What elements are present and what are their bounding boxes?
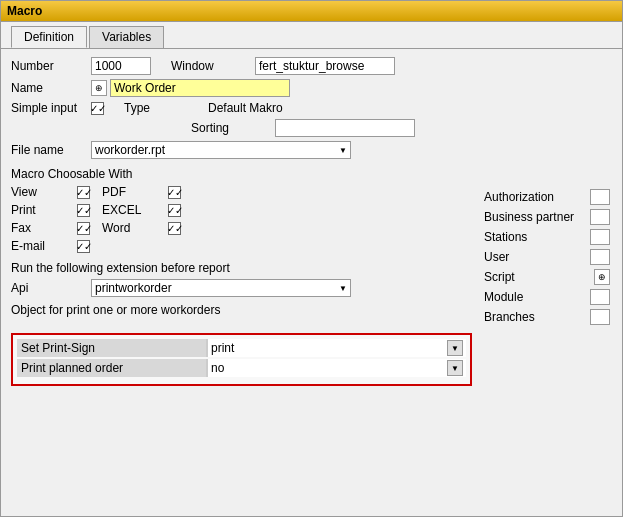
window-title: Macro: [7, 4, 42, 18]
print-planned-arrow-icon[interactable]: ▼: [447, 360, 463, 376]
window-input[interactable]: [255, 57, 395, 75]
branches-label: Branches: [484, 310, 535, 324]
set-print-sign-value: print: [211, 341, 234, 355]
api-dropdown[interactable]: printworkorder ▼: [91, 279, 351, 297]
authorization-label: Authorization: [484, 190, 554, 204]
business-partner-input[interactable]: [590, 209, 610, 225]
tab-variables[interactable]: Variables: [89, 26, 164, 48]
api-value: printworkorder: [95, 281, 172, 295]
type-value: Default Makro: [208, 101, 283, 115]
form-content: Number Window Name ⊕ Simple input ✓ Type…: [1, 49, 622, 394]
email-label: E-mail: [11, 239, 71, 253]
authorization-row: Authorization: [482, 187, 612, 207]
type-label: Type: [124, 101, 204, 115]
name-label: Name: [11, 81, 91, 95]
branches-input[interactable]: [590, 309, 610, 325]
fax-row: Fax ✓ Word ✓: [11, 221, 472, 235]
print-label: Print: [11, 203, 71, 217]
print-checkbox[interactable]: ✓: [77, 204, 90, 217]
script-icon[interactable]: ⊕: [594, 269, 610, 285]
set-print-sign-arrow-icon[interactable]: ▼: [447, 340, 463, 356]
set-print-sign-label: Set Print-Sign: [17, 339, 207, 357]
name-input[interactable]: [110, 79, 290, 97]
view-label: View: [11, 185, 71, 199]
tab-bar: Definition Variables: [1, 22, 622, 49]
business-partner-row: Business partner: [482, 207, 612, 227]
name-icon[interactable]: ⊕: [91, 80, 107, 96]
filename-value: workorder.rpt: [95, 143, 165, 157]
email-row: E-mail ✓: [11, 239, 472, 253]
number-row: Number Window: [11, 57, 612, 75]
fax-checkbox[interactable]: ✓: [77, 222, 90, 235]
left-content: View ✓ PDF ✓ Print ✓ EXCEL ✓ Fax ✓ Word: [11, 185, 482, 386]
business-partner-label: Business partner: [484, 210, 574, 224]
authorization-input[interactable]: [590, 189, 610, 205]
simple-input-checkbox[interactable]: ✓: [91, 102, 104, 115]
macro-choosable-title: Macro Choosable With: [11, 167, 612, 181]
pdf-label: PDF: [102, 185, 162, 199]
tab-definition[interactable]: Definition: [11, 26, 87, 48]
user-label: User: [484, 250, 509, 264]
api-row: Api printworkorder ▼: [11, 279, 472, 297]
set-print-sign-row: Set Print-Sign print ▼: [17, 339, 466, 357]
title-bar: Macro: [1, 1, 622, 22]
macro-window: Macro Definition Variables Number Window…: [0, 0, 623, 517]
right-panel: Authorization Business partner Stations …: [482, 185, 612, 386]
fax-label: Fax: [11, 221, 71, 235]
script-row: Script ⊕: [482, 267, 612, 287]
print-planned-row: Print planned order no ▼: [17, 359, 466, 377]
filename-dropdown[interactable]: workorder.rpt ▼: [91, 141, 351, 159]
view-checkbox[interactable]: ✓: [77, 186, 90, 199]
pdf-checkbox[interactable]: ✓: [168, 186, 181, 199]
user-input[interactable]: [590, 249, 610, 265]
print-row: Print ✓ EXCEL ✓: [11, 203, 472, 217]
word-checkbox[interactable]: ✓: [168, 222, 181, 235]
api-arrow-icon: ▼: [339, 284, 347, 293]
excel-checkbox[interactable]: ✓: [168, 204, 181, 217]
number-label: Number: [11, 59, 91, 73]
filename-row: File name workorder.rpt ▼: [11, 141, 612, 159]
excel-label: EXCEL: [102, 203, 162, 217]
print-planned-label: Print planned order: [17, 359, 207, 377]
view-row: View ✓ PDF ✓: [11, 185, 472, 199]
api-label: Api: [11, 281, 91, 295]
branches-row: Branches: [482, 307, 612, 327]
user-row: User: [482, 247, 612, 267]
highlighted-section: Set Print-Sign print ▼ Print planned ord…: [11, 333, 472, 386]
email-checkbox[interactable]: ✓: [77, 240, 90, 253]
simple-input-label: Simple input: [11, 101, 91, 115]
main-area: View ✓ PDF ✓ Print ✓ EXCEL ✓ Fax ✓ Word: [11, 185, 612, 386]
simple-input-row: Simple input ✓ Type Default Makro: [11, 101, 612, 115]
module-row: Module: [482, 287, 612, 307]
name-row: Name ⊕: [11, 79, 612, 97]
description: Object for print one or more workorders: [11, 303, 472, 317]
module-label: Module: [484, 290, 523, 304]
sorting-input[interactable]: [275, 119, 415, 137]
sorting-text-label: Sorting: [191, 121, 271, 135]
stations-row: Stations: [482, 227, 612, 247]
filename-label: File name: [11, 143, 91, 157]
script-label: Script: [484, 270, 515, 284]
word-label: Word: [102, 221, 162, 235]
window-label: Window: [171, 59, 251, 73]
number-input[interactable]: [91, 57, 151, 75]
module-input[interactable]: [590, 289, 610, 305]
stations-input[interactable]: [590, 229, 610, 245]
print-planned-value: no: [211, 361, 224, 375]
filename-arrow-icon: ▼: [339, 146, 347, 155]
run-following-title: Run the following extension before repor…: [11, 261, 472, 275]
sorting-row: Sorting: [11, 119, 612, 137]
stations-label: Stations: [484, 230, 527, 244]
